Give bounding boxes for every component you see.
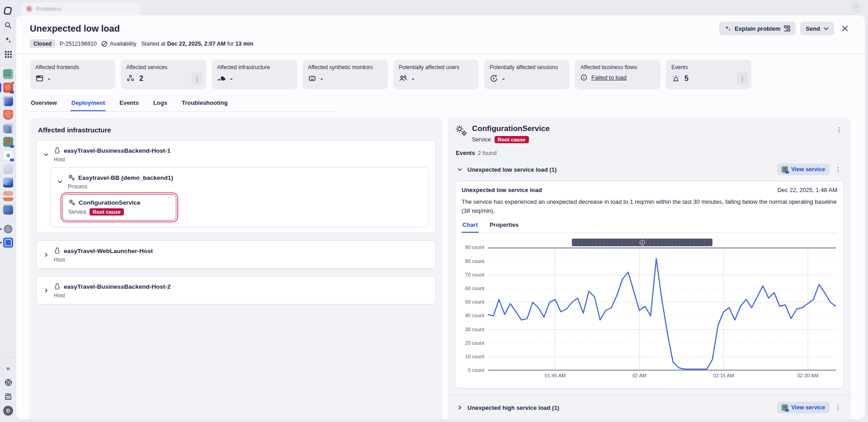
sidebar-divider	[3, 219, 13, 220]
x-axis-label: 01:45 AM	[545, 373, 566, 378]
tab-overview[interactable]: Overview	[30, 99, 58, 111]
tab-properties[interactable]: Properties	[489, 221, 519, 233]
help-lifering-icon[interactable]	[3, 377, 14, 388]
chevron-right-icon	[458, 405, 462, 410]
card-label: Affected infrastructure	[217, 64, 292, 70]
entity-type: Host	[54, 257, 153, 263]
collapse-host-button[interactable]	[42, 150, 50, 159]
summary-cards-row: Affected frontends - Affected services 2…	[30, 60, 851, 89]
panel-menu-button[interactable]: ⋮	[834, 124, 844, 135]
y-axis-label: 90 count	[465, 244, 484, 250]
expand-host-button[interactable]	[42, 251, 50, 259]
service-load-chart: i 90 count80 count70 count60 count50 cou…	[462, 239, 837, 382]
snowflake-app-icon[interactable]: ❄	[3, 150, 13, 160]
entity-type: Host	[54, 156, 170, 163]
apps-grid-icon[interactable]	[3, 49, 14, 60]
service-header: ConfigurationService Service Root cause …	[455, 124, 844, 143]
tab-troubleshooting[interactable]: Troubleshooting	[181, 99, 229, 111]
send-label: Send	[806, 25, 820, 32]
card-menu-button[interactable]: ⋮	[737, 72, 748, 85]
event-group-label: Unexpected high service load (1)	[467, 404, 559, 411]
close-button[interactable]	[839, 22, 851, 35]
extensions-app-icon[interactable]	[3, 238, 13, 248]
problems-tab-icon	[26, 5, 33, 12]
host-card-collapsed[interactable]: easyTravel-BusinessBackend-Host-2 Host	[36, 276, 436, 305]
process-card-expanded[interactable]: Easytravel-BB (demo_backend1) Process Co…	[50, 167, 429, 227]
infrastructure-icon	[217, 74, 226, 83]
infrastructure-cube-app-icon[interactable]	[3, 178, 13, 188]
problem-duration-bar[interactable]: i	[572, 239, 712, 246]
event-group-high-load[interactable]: Unexpected high service load (1) View se…	[455, 400, 844, 415]
card-potentially-affected-users: Potentially affected users -	[393, 60, 479, 89]
clouds-app-icon[interactable]	[3, 164, 13, 174]
event-group-low-load[interactable]: Unexpected low service load (1) View ser…	[455, 162, 844, 177]
chevron-down-icon	[58, 180, 62, 183]
sparkles-icon[interactable]	[3, 34, 14, 45]
event-menu-button[interactable]: ⋮	[833, 164, 843, 175]
problems-app-icon[interactable]	[3, 83, 13, 93]
view-service-button[interactable]: View service	[777, 164, 830, 175]
tab-logs[interactable]: Logs	[152, 99, 168, 111]
panel-heading: Affected infrastructure	[38, 126, 436, 134]
collapse-process-button[interactable]	[56, 178, 64, 186]
card-value: 2	[139, 75, 143, 83]
services-app-mini-icon	[782, 404, 788, 411]
host-icon	[54, 283, 61, 290]
chevron-right-icon	[45, 253, 48, 257]
card-events: Events 5 ⋮	[666, 60, 751, 89]
search-icon[interactable]	[3, 20, 14, 31]
teal-dashboard-app-icon[interactable]	[3, 69, 13, 79]
process-icon	[68, 174, 75, 181]
expand-host-button[interactable]	[42, 286, 50, 295]
tab-events[interactable]: Events	[118, 99, 140, 111]
launcher-app-icon[interactable]	[3, 123, 13, 133]
app-mini-tag	[10, 91, 14, 94]
send-button[interactable]: Send	[800, 22, 834, 35]
expand-event-button[interactable]	[456, 403, 464, 412]
explain-problem-label: Explain problem	[735, 25, 780, 32]
y-axis-label: 20 count	[465, 340, 484, 346]
layers-app-icon[interactable]	[3, 96, 13, 106]
chart-plot[interactable]	[488, 248, 836, 370]
host-card-collapsed[interactable]: easyTravel-WebLauncher-Host Host	[36, 240, 436, 269]
info-icon: i	[640, 240, 645, 245]
info-icon	[580, 74, 587, 81]
dynatrace-logo-icon[interactable]	[3, 5, 14, 16]
events-count: 2 found	[478, 150, 497, 156]
explain-problem-button[interactable]: Explain problem	[719, 22, 796, 35]
coral-layers-app-icon[interactable]	[3, 191, 13, 201]
view-service-button[interactable]: View service	[777, 402, 830, 413]
settings-gear-icon[interactable]	[3, 224, 13, 234]
card-affected-services: Affected services 2 ⋮	[121, 60, 206, 89]
usage-chart-icon[interactable]	[3, 391, 14, 402]
root-cause-detail-panel: ConfigurationService Service Root cause …	[448, 118, 851, 419]
y-axis-label: 60 count	[465, 286, 484, 291]
page-header: Unexpected low load Explain problem Send	[30, 22, 851, 35]
expand-rail-icon[interactable]: »	[3, 362, 14, 373]
header-divider	[16, 54, 865, 54]
card-menu-button[interactable]: ⋮	[192, 72, 203, 85]
sessions-icon	[490, 74, 498, 83]
card-label: Affected frontends	[35, 64, 110, 70]
root-cause-service-card[interactable]: ConfigurationService Service Root cause	[62, 194, 176, 220]
y-axis-label: 70 count	[465, 272, 484, 277]
y-axis-labels: 90 count80 count70 count60 count50 count…	[462, 248, 488, 370]
failed-to-load-link[interactable]: Failed to load	[591, 74, 627, 81]
tab-problems[interactable]: Problems	[20, 2, 141, 15]
security-shield-app-icon[interactable]	[3, 110, 13, 120]
card-label: Events	[671, 64, 746, 70]
card-value: 5	[684, 75, 689, 83]
tab-chart[interactable]: Chart	[462, 221, 479, 233]
services-hex-app-icon[interactable]	[3, 137, 13, 147]
x-axis-label: 02:30 AM	[797, 373, 818, 378]
help-icon[interactable]: ?	[852, 4, 860, 12]
event-menu-button[interactable]: ⋮	[833, 402, 843, 413]
user-avatar[interactable]: D	[3, 406, 13, 416]
tab-deployment[interactable]: Deployment	[71, 99, 106, 111]
collapse-event-button[interactable]	[456, 165, 464, 173]
root-cause-badge: Root cause	[90, 208, 124, 216]
card-label: Affected business flows	[580, 64, 655, 70]
chevron-down-icon	[458, 168, 462, 171]
logs-app-icon[interactable]	[3, 205, 13, 215]
host-card-expanded[interactable]: easyTravel-BusinessBackend-Host-1 Host	[36, 140, 436, 233]
